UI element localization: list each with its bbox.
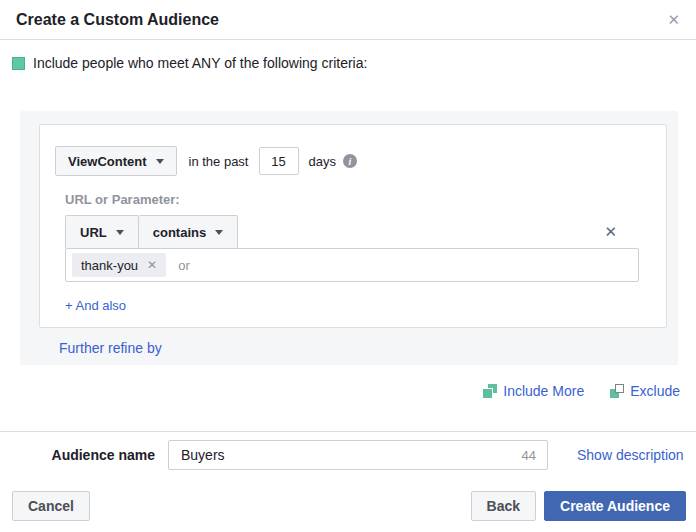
cancel-button[interactable]: Cancel [12, 491, 90, 521]
create-audience-button[interactable]: Create Audience [544, 491, 686, 521]
url-filter-row: URL contains ✕ [65, 215, 639, 248]
operator-dropdown-value: contains [153, 225, 206, 240]
include-more-label: Include More [503, 383, 584, 399]
or-placeholder: or [178, 258, 190, 273]
url-parameter-section: URL or Parameter: URL contains ✕ thank-y… [65, 192, 639, 313]
audience-name-label: Audience name [0, 447, 155, 463]
include-more-icon [483, 384, 497, 398]
url-token-input[interactable]: thank-you ✕ or [65, 248, 639, 282]
url-parameter-label: URL or Parameter: [65, 192, 639, 207]
field-dropdown-value: URL [80, 225, 107, 240]
days-input[interactable] [259, 147, 299, 175]
create-custom-audience-dialog: Create a Custom Audience ✕ Include peopl… [0, 0, 696, 532]
chevron-down-icon [215, 230, 223, 235]
chevron-down-icon [116, 230, 124, 235]
dialog-footer: Cancel Back Create Audience [12, 491, 686, 521]
include-more-link[interactable]: Include More [483, 383, 584, 399]
criteria-group-panel: ViewContent in the past days i URL or Pa… [20, 111, 678, 365]
remove-criteria-icon[interactable]: ✕ [604, 223, 617, 241]
audience-name-input[interactable] [168, 440, 548, 470]
criteria-card: ViewContent in the past days i URL or Pa… [39, 124, 667, 328]
back-button[interactable]: Back [471, 491, 536, 521]
dialog-title: Create a Custom Audience [16, 11, 219, 29]
url-tag-value: thank-you [81, 258, 138, 273]
remove-tag-icon[interactable]: ✕ [147, 258, 157, 272]
url-tag-chip[interactable]: thank-you ✕ [72, 253, 166, 277]
event-dropdown-value: ViewContent [68, 154, 147, 169]
include-square-icon [12, 57, 25, 70]
days-label: days [309, 154, 336, 169]
exclude-link[interactable]: Exclude [610, 383, 680, 399]
and-also-link[interactable]: + And also [65, 298, 126, 313]
exclude-icon [610, 384, 624, 398]
event-row: ViewContent in the past days i [55, 146, 651, 176]
include-criteria-row: Include people who meet ANY of the follo… [12, 55, 684, 71]
section-divider [0, 431, 696, 432]
char-count: 44 [522, 448, 536, 463]
audience-name-input-wrap: 44 [168, 440, 548, 470]
in-the-past-label: in the past [189, 154, 249, 169]
include-exclude-row: Include More Exclude [0, 383, 680, 399]
event-dropdown[interactable]: ViewContent [55, 146, 177, 176]
audience-name-row: Audience name 44 Show description [0, 440, 696, 470]
show-description-link[interactable]: Show description [577, 447, 684, 463]
field-dropdown[interactable]: URL [65, 215, 139, 248]
exclude-label: Exclude [630, 383, 680, 399]
close-icon[interactable]: ✕ [667, 12, 680, 27]
include-criteria-text: Include people who meet ANY of the follo… [33, 55, 367, 71]
chevron-down-icon [156, 159, 164, 164]
dialog-header: Create a Custom Audience ✕ [0, 0, 696, 40]
operator-dropdown[interactable]: contains [139, 215, 238, 248]
info-icon[interactable]: i [343, 154, 357, 168]
further-refine-link[interactable]: Further refine by [59, 340, 162, 356]
